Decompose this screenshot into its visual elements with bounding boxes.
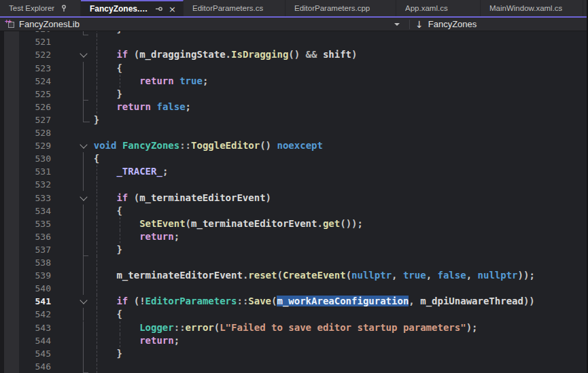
code-text: _TRACER_; [71,165,168,178]
code-line[interactable]: 538 [0,256,587,269]
document-tabbar: Test ExplorerFancyZones.cpp×EditorParame… [0,0,587,16]
code-text: void FancyZones::ToggleEditor() noexcept [71,139,323,152]
line-number: 540 [19,282,51,295]
code-line[interactable]: 531 _TRACER_; [0,165,587,178]
project-dropdown[interactable]: ++ FancyZonesLib [0,19,80,29]
code-text: return; [71,230,179,243]
line-number: 545 [19,347,51,360]
code-text: } [71,88,122,101]
code-line[interactable]: 544 return; [0,334,587,347]
line-number: 538 [19,256,51,269]
tab-label: EditorParameters.cpp [294,4,370,12]
scope-dropdown[interactable]: FancyZones [428,19,477,29]
code-text: if (!EditorParameters::Save(m_workAreaCo… [71,295,535,308]
code-line[interactable]: 546 [0,360,587,373]
code-text: Logger::error(L"Failed to save editor st… [71,321,477,334]
tab-label: App.xaml.cs [405,4,448,12]
ide-window: Test ExplorerFancyZones.cpp×EditorParame… [0,0,588,373]
code-line[interactable]: 541 if (!EditorParameters::Save(m_workAr… [0,295,587,308]
code-text: SetEvent(m_terminateEditorEvent.get()); [71,217,363,230]
navigation-bar: ++ FancyZonesLib ↓ FancyZones [0,18,587,31]
line-number: 530 [19,152,51,165]
code-line[interactable]: 532 [0,178,587,191]
pin-icon[interactable] [155,5,163,13]
code-line[interactable]: 522 if (m_draggingState.IsDragging() && … [0,48,587,61]
code-line[interactable]: 528 [0,126,587,139]
code-text: m_terminateEditorEvent.reset(CreateEvent… [71,269,535,282]
outline-guide [79,282,91,295]
code-text: { [71,152,99,165]
line-number: 534 [19,205,51,217]
line-number: 521 [19,35,51,48]
code-line[interactable]: 530 { [0,152,587,165]
line-number: 528 [19,126,51,139]
tab-fancyzones-cpp[interactable]: FancyZones.cpp× [81,0,184,16]
indent-guide [97,35,97,48]
code-line[interactable]: 540 [0,282,587,295]
line-number: 536 [19,230,51,243]
line-number: 542 [19,308,51,321]
line-number: 535 [19,217,51,230]
code-line[interactable]: 529 void FancyZones::ToggleEditor() noex… [0,139,587,152]
code-line[interactable]: 539 m_terminateEditorEvent.reset(CreateE… [0,269,587,282]
chevron-down-icon[interactable] [394,23,400,26]
code-line[interactable]: 537 } [0,243,587,256]
close-icon[interactable]: × [169,5,176,14]
line-number: 523 [19,62,51,75]
tab-label: FancyZones.cpp [90,4,150,14]
line-number: 522 [19,48,51,61]
code-line[interactable]: 523 { [0,62,587,75]
code-line[interactable]: 534 { [0,205,587,217]
outline-guide [79,256,91,269]
code-line[interactable]: 542 { [0,308,587,321]
tab-editorparameters-cpp[interactable]: EditorParameters.cpp [286,0,396,16]
code-line[interactable]: 526 return false; [0,101,587,113]
tab-label: EditorParameters.cs [192,4,263,12]
line-number: 531 [19,165,51,178]
tab-label: MainWindow.xaml.cs [489,4,562,12]
pin-icon[interactable] [60,4,68,12]
line-number: 532 [19,178,51,191]
code-line[interactable]: 535 SetEvent(m_terminateEditorEvent.get(… [0,217,587,230]
code-text: if (m_terminateEditorEvent) [71,192,271,205]
code-line[interactable]: 525 } [0,88,587,101]
line-number: 529 [19,139,51,152]
line-number: 533 [19,192,51,205]
line-number: 527 [19,113,51,126]
outline-guide [79,360,91,373]
code-line[interactable]: 524 return true; [0,75,587,88]
code-text: } [71,113,99,126]
line-number: 539 [19,269,51,282]
tab-test-explorer[interactable]: Test Explorer [0,0,81,16]
down-arrow-icon: ↓ [415,19,423,30]
code-text: return true; [71,75,208,88]
navbar-separator [409,20,410,29]
line-number: 526 [19,101,51,113]
code-text: { [71,205,122,217]
code-text: { [71,308,122,321]
line-number: 525 [19,88,51,101]
outline-guide [79,178,91,191]
tab-mainwindow-xaml-cs[interactable]: MainWindow.xaml.cs [481,0,583,16]
line-number: 544 [19,334,51,347]
cpp-project-icon: ++ [5,20,14,29]
code-line[interactable]: 527 } [0,113,587,126]
code-line[interactable]: 543 Logger::error(L"Failed to save edito… [0,321,587,334]
project-dropdown-label: FancyZonesLib [19,19,80,29]
code-editor[interactable]: 520 }521522 if (m_draggingState.IsDraggi… [0,31,587,373]
tab-app-xaml-cs[interactable]: App.xaml.cs [396,0,481,16]
indent-guide [97,360,97,373]
line-number: 541 [19,295,51,308]
tab-editorparameters-cs[interactable]: EditorParameters.cs [184,0,286,16]
code-line[interactable]: 533 if (m_terminateEditorEvent) [0,192,587,205]
code-line[interactable]: 521 [0,35,587,48]
indent-guide [97,178,97,191]
code-text: return; [71,334,179,347]
line-number: 546 [19,360,51,373]
code-line[interactable]: 545 } [0,347,587,360]
code-text: return false; [71,101,191,113]
indent-guide [97,282,97,295]
code-line[interactable]: 536 return; [0,230,587,243]
indent-guide [97,256,97,269]
line-number: 537 [19,243,51,256]
